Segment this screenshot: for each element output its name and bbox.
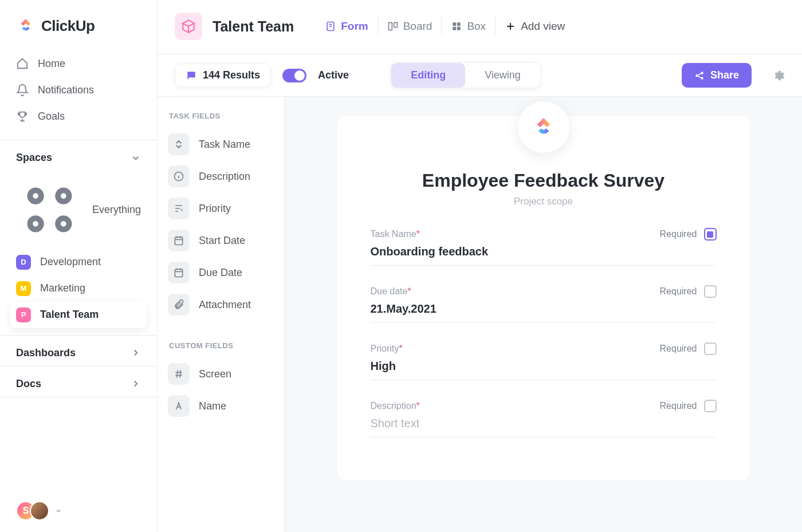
- space-badge: D: [16, 255, 31, 270]
- required-checkbox[interactable]: [704, 228, 717, 241]
- view-tab-label: Add view: [521, 20, 565, 33]
- clickup-logo-icon: [16, 16, 36, 36]
- field-name[interactable]: Name: [167, 390, 275, 422]
- view-tab-add[interactable]: Add view: [495, 17, 574, 36]
- nav-dashboards[interactable]: Dashboards: [0, 336, 157, 366]
- view-tab-board[interactable]: Board: [378, 17, 442, 36]
- divider: [0, 397, 157, 397]
- svg-point-1: [58, 190, 69, 201]
- form-field-priority[interactable]: Priority* Required High: [371, 342, 717, 380]
- priority-icon: [168, 198, 190, 219]
- field-label: Due date*: [371, 286, 411, 297]
- field-value[interactable]: 21.May.2021: [371, 302, 717, 323]
- workspace: TASK FIELDS Task Name Description Priori…: [158, 97, 802, 532]
- sidebar: ClickUp Home Notifications Goals Spaces: [0, 0, 158, 532]
- form-icon: [325, 21, 336, 32]
- svg-point-2: [30, 218, 41, 229]
- svg-point-3: [58, 218, 69, 229]
- chevron-right-icon: [131, 348, 141, 358]
- form-title[interactable]: Employee Feedback Survey: [371, 170, 717, 191]
- active-toggle-label: Active: [318, 69, 349, 81]
- space-badge: P: [16, 308, 31, 322]
- space-development[interactable]: D Development: [10, 249, 147, 275]
- brand-name: ClickUp: [41, 17, 95, 35]
- space-label: Talent Team: [40, 309, 99, 321]
- field-value[interactable]: Onboarding feedback: [371, 245, 717, 266]
- required-checkbox[interactable]: [704, 400, 717, 412]
- svg-point-11: [695, 74, 698, 77]
- trophy-icon: [16, 110, 29, 123]
- comment-icon: [186, 70, 197, 81]
- svg-rect-15: [175, 237, 182, 245]
- main-content: Talent Team Form Board Box Add view: [158, 0, 802, 532]
- grid-dots-icon: [16, 176, 83, 243]
- field-label: Description: [199, 171, 250, 183]
- field-start-date[interactable]: Start Date: [167, 224, 275, 257]
- results-pill[interactable]: 144 Results: [175, 64, 271, 87]
- gear-icon[interactable]: [772, 69, 785, 82]
- field-label: Task Name*: [371, 229, 420, 239]
- mode-segment: Editing Viewing: [391, 62, 541, 88]
- nav-goals[interactable]: Goals: [10, 103, 147, 129]
- svg-rect-10: [457, 27, 461, 30]
- nav-notifications[interactable]: Notifications: [10, 77, 147, 103]
- space-label: Marketing: [40, 282, 85, 294]
- required-label: Required: [660, 401, 697, 411]
- required-label: Required: [660, 229, 697, 239]
- form-canvas: Employee Feedback Survey Project scope T…: [285, 97, 802, 532]
- page-title: Talent Team: [213, 18, 294, 35]
- view-tab-box[interactable]: Box: [441, 17, 495, 36]
- field-screen[interactable]: Screen: [167, 358, 275, 390]
- view-tab-form[interactable]: Form: [316, 17, 378, 36]
- svg-rect-5: [388, 22, 392, 30]
- space-talent-team[interactable]: P Talent Team: [10, 302, 147, 328]
- space-marketing[interactable]: M Marketing: [10, 275, 147, 302]
- svg-rect-16: [175, 269, 182, 277]
- nav-docs[interactable]: Docs: [0, 367, 157, 397]
- nav-docs-label: Docs: [16, 378, 41, 390]
- field-label: Description*: [371, 401, 420, 411]
- mode-editing[interactable]: Editing: [391, 63, 465, 88]
- field-label: Priority: [199, 203, 231, 215]
- svg-point-12: [701, 72, 703, 74]
- clickup-logo-icon: [530, 114, 557, 140]
- form-field-due-date[interactable]: Due date* Required 21.May.2021: [371, 285, 717, 323]
- active-toggle[interactable]: [282, 69, 306, 82]
- form-field-description[interactable]: Description* Required Short text: [371, 400, 717, 438]
- field-due-date[interactable]: Due Date: [167, 257, 275, 289]
- field-description[interactable]: Description: [167, 160, 275, 192]
- attachment-icon: [168, 294, 190, 316]
- required-checkbox[interactable]: [704, 285, 717, 298]
- bell-icon: [16, 84, 29, 96]
- spaces-header[interactable]: Spaces: [0, 140, 157, 171]
- calendar-icon: [168, 230, 190, 251]
- board-icon: [387, 21, 399, 32]
- required-checkbox[interactable]: [704, 342, 717, 355]
- svg-point-13: [701, 77, 703, 80]
- form-card: Employee Feedback Survey Project scope T…: [337, 116, 750, 480]
- mode-viewing[interactable]: Viewing: [465, 63, 540, 88]
- hash-icon: [168, 363, 190, 385]
- field-label: Attachment: [199, 299, 251, 311]
- task-fields-header: TASK FIELDS: [167, 112, 275, 128]
- space-everything[interactable]: Everything: [10, 171, 147, 249]
- subbar: 144 Results Active Editing Viewing Share: [158, 54, 802, 97]
- required-label: Required: [660, 286, 697, 297]
- brand-logo[interactable]: ClickUp: [0, 0, 157, 47]
- custom-fields-header: CUSTOM FIELDS: [167, 341, 275, 358]
- field-value[interactable]: Short text: [371, 417, 717, 438]
- sidebar-footer[interactable]: S: [0, 490, 157, 532]
- field-value[interactable]: High: [371, 360, 717, 380]
- form-subtitle[interactable]: Project scope: [371, 196, 717, 207]
- nav-home[interactable]: Home: [10, 50, 147, 77]
- field-label: Start Date: [199, 235, 245, 247]
- field-task-name[interactable]: Task Name: [167, 128, 275, 160]
- share-button[interactable]: Share: [682, 63, 752, 88]
- form-field-task-name[interactable]: Task Name* Required Onboarding feedback: [371, 228, 717, 266]
- view-tab-label: Board: [403, 20, 433, 33]
- share-label: Share: [710, 69, 739, 81]
- field-attachment[interactable]: Attachment: [167, 289, 275, 321]
- results-label: 144 Results: [203, 69, 260, 81]
- field-label: Due Date: [199, 267, 242, 279]
- field-priority[interactable]: Priority: [167, 192, 275, 224]
